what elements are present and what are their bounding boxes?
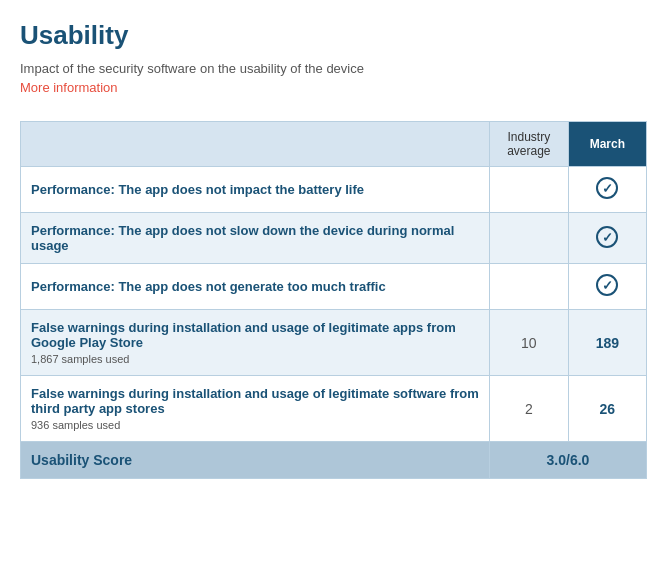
table-row: Performance: The app does not slow down … (21, 213, 647, 264)
row-label: False warnings during installation and u… (31, 386, 479, 416)
score-label: Usability Score (21, 442, 490, 479)
march-value: 26 (568, 376, 646, 442)
col-header-main (21, 122, 490, 167)
table-row: False warnings during installation and u… (21, 376, 647, 442)
checkmark-icon (596, 177, 618, 199)
row-sublabel: 936 samples used (31, 419, 479, 431)
row-label-cell: Performance: The app does not slow down … (21, 213, 490, 264)
industry-value (490, 213, 569, 264)
row-label: Performance: The app does not impact the… (31, 182, 364, 197)
march-value (568, 264, 646, 310)
row-sublabel: 1,867 samples used (31, 353, 479, 365)
table-row: False warnings during installation and u… (21, 310, 647, 376)
row-label: Performance: The app does not generate t… (31, 279, 386, 294)
col-header-march: March (568, 122, 646, 167)
row-label-cell: Performance: The app does not impact the… (21, 167, 490, 213)
row-label-cell: Performance: The app does not generate t… (21, 264, 490, 310)
industry-value (490, 264, 569, 310)
table-row: Performance: The app does not impact the… (21, 167, 647, 213)
march-value (568, 167, 646, 213)
more-info-link[interactable]: More information (20, 80, 118, 95)
checkmark-icon (596, 274, 618, 296)
industry-value (490, 167, 569, 213)
page-subtitle: Impact of the security software on the u… (20, 61, 647, 76)
score-value: 3.0/6.0 (490, 442, 647, 479)
march-value (568, 213, 646, 264)
row-label-cell: False warnings during installation and u… (21, 376, 490, 442)
march-value: 189 (568, 310, 646, 376)
industry-value: 2 (490, 376, 569, 442)
row-label: False warnings during installation and u… (31, 320, 456, 350)
score-row: Usability Score3.0/6.0 (21, 442, 647, 479)
page-title: Usability (20, 20, 647, 51)
industry-value: 10 (490, 310, 569, 376)
row-label: Performance: The app does not slow down … (31, 223, 454, 253)
table-row: Performance: The app does not generate t… (21, 264, 647, 310)
usability-table: Industry average March Performance: The … (20, 121, 647, 479)
checkmark-icon (596, 226, 618, 248)
col-header-industry: Industry average (490, 122, 569, 167)
row-label-cell: False warnings during installation and u… (21, 310, 490, 376)
